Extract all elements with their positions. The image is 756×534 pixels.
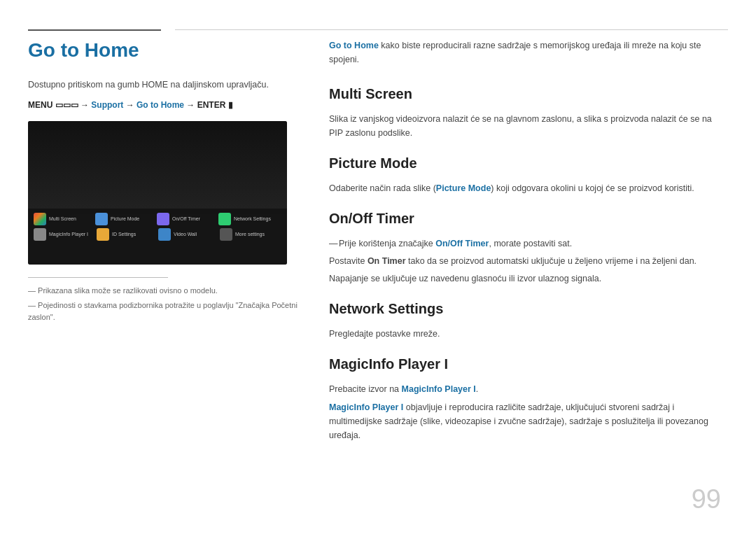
screen-item-multiscreen: Multi Screen	[34, 213, 83, 225]
section-body-picture-mode: Odaberite način rada slike (Picture Mode…	[329, 181, 728, 195]
section-body-onoff-timer: Prije korištenja značajke On/Off Timer, …	[329, 237, 728, 286]
footnote-1: Prikazana slika može se razlikovati ovis…	[28, 285, 301, 297]
onoff-timer-bullet1: Prije korištenja značajke On/Off Timer, …	[329, 237, 728, 251]
section-body-magicinfo-player: Prebacite izvor na MagicInfo Player I. M…	[329, 382, 728, 442]
screen-menu-row-2: MagicInfo Player I ID Settings Video Wal…	[34, 228, 281, 241]
section-body-network-settings: Pregledajte postavke mreže.	[329, 327, 728, 341]
magicinfo-line1: Prebacite izvor na MagicInfo Player I.	[329, 382, 728, 396]
top-line-right	[175, 29, 728, 30]
screen-icon-more	[220, 228, 232, 241]
footnote-2: Pojedinosti o stavkama podizbornika potr…	[28, 300, 301, 323]
screen-menu-row-1: Multi Screen Picture Mode On/Off Timer N…	[34, 213, 281, 225]
screen-icon-id	[97, 228, 109, 241]
screen-item-more: More settings	[220, 228, 269, 241]
section-title-multi-screen: Multi Screen	[329, 86, 728, 105]
page-number: 99	[692, 484, 721, 514]
section-title-magicinfo-player: MagicInfo Player I	[329, 356, 728, 375]
screen-item-magicinfo: MagicInfo Player I	[34, 228, 84, 241]
divider	[28, 277, 168, 278]
screen-item-network: Network Settings	[218, 213, 269, 225]
screen-icon-videowall	[158, 228, 171, 241]
left-column: Go to Home Dostupno pritiskom na gumb HO…	[28, 38, 301, 326]
intro-text: Dostupno pritiskom na gumb HOME na dalji…	[28, 78, 301, 92]
screen-icon-timer	[157, 213, 169, 225]
screen-menu-bar: Multi Screen Picture Mode On/Off Timer N…	[28, 209, 287, 265]
screen-icon-network	[218, 213, 231, 225]
screen-dark-area	[28, 121, 287, 214]
menu-path: MENU ▭▭▭ → Support → Go to Home → ENTER …	[28, 99, 301, 111]
section-title-network-settings: Network Settings	[329, 301, 728, 320]
screen-item-timer: On/Off Timer	[157, 213, 206, 225]
screen-icon-picture	[95, 213, 108, 225]
screen-preview: Multi Screen Picture Mode On/Off Timer N…	[28, 121, 287, 265]
section-body-multi-screen: Slika iz vanjskog videoizvora nalazit će…	[329, 112, 728, 140]
page-title: Go to Home	[28, 38, 301, 62]
onoff-timer-line3: Napajanje se uključuje uz navedenu glasn…	[329, 272, 728, 286]
top-line-left	[28, 29, 161, 31]
screen-item-id: ID Settings	[97, 228, 146, 241]
screen-icon-multiscreen	[34, 213, 46, 225]
screen-item-videowall: Video Wall	[158, 228, 207, 241]
section-title-picture-mode: Picture Mode	[329, 155, 728, 174]
screen-icon-magicinfo	[34, 228, 46, 241]
section-title-onoff-timer: On/Off Timer	[329, 211, 728, 230]
onoff-timer-line2: Postavite On Timer tako da se proizvod a…	[329, 254, 728, 268]
screen-item-picture: Picture Mode	[95, 213, 144, 225]
magicinfo-line2: MagicInfo Player I objavljuje i reproduc…	[329, 400, 728, 442]
right-column: Go to Home kako biste reproducirali razn…	[329, 38, 728, 458]
right-intro: Go to Home kako biste reproducirali razn…	[329, 38, 728, 66]
